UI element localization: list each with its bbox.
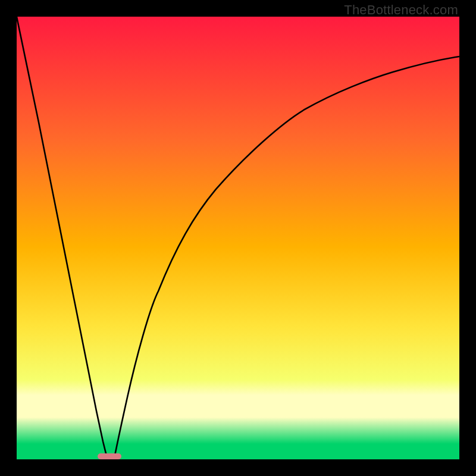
plot-area bbox=[17, 17, 459, 459]
min-point-marker bbox=[98, 453, 121, 459]
bottleneck-curve bbox=[17, 17, 459, 459]
watermark-text: TheBottleneck.com bbox=[344, 2, 458, 18]
curve-left-branch bbox=[17, 17, 108, 459]
curve-right-branch bbox=[114, 57, 459, 459]
chart-frame: TheBottleneck.com bbox=[0, 0, 476, 476]
